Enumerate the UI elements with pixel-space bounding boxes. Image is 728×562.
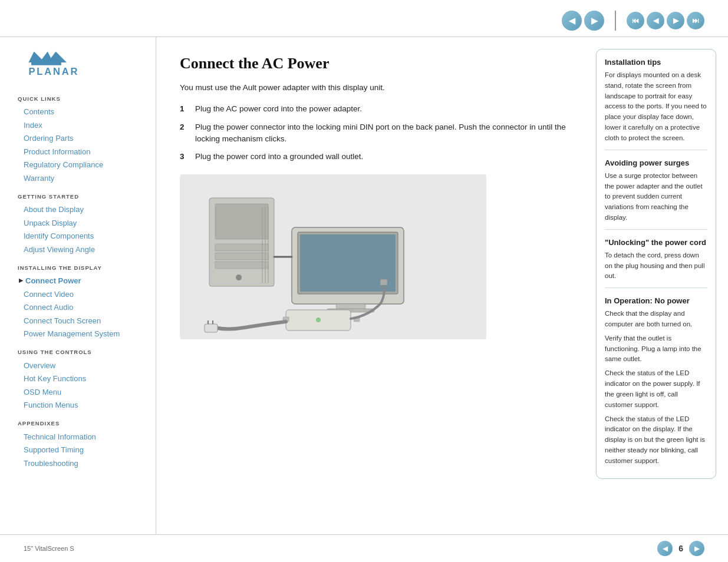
sidebar-link-index[interactable]: Index xyxy=(18,118,144,132)
tip-text-no-power-3: Check the status of the LED indicator on… xyxy=(605,368,707,410)
svg-rect-3 xyxy=(215,244,268,251)
page-title: Connect the AC Power xyxy=(180,55,569,72)
next-page-btn[interactable]: ▶ xyxy=(584,11,604,31)
planar-logo: PLANAR xyxy=(18,49,88,79)
tips-box: Installation tips For displays mounted o… xyxy=(596,49,716,479)
step-3: 3 Plug the power cord into a grounded wa… xyxy=(180,151,569,163)
tip-title-unlocking: "Unlocking" the power cord xyxy=(605,238,707,247)
sidebar: PLANAR QUICK LINKS Contents Index Orderi… xyxy=(0,37,156,534)
svg-rect-2 xyxy=(215,204,268,239)
sidebar-link-overview[interactable]: Overview xyxy=(18,359,144,372)
sidebar-link-unpack-display[interactable]: Unpack Display xyxy=(18,216,144,230)
forward-page-btn[interactable]: ▶ xyxy=(667,12,684,29)
logo-icon xyxy=(28,52,67,65)
sidebar-link-connect-video[interactable]: Connect Video xyxy=(18,287,144,301)
nav-divider xyxy=(615,11,616,31)
media-controls-group: ⏮ ◀ ▶ ⏭ xyxy=(627,12,704,29)
tip-title-surges: Avoiding power surges xyxy=(605,158,707,167)
sidebar-link-power-management[interactable]: Power Management System xyxy=(18,328,144,341)
device-svg xyxy=(180,174,486,339)
back-page-btn[interactable]: ◀ xyxy=(647,12,664,29)
sidebar-link-product-information[interactable]: Product Information xyxy=(18,145,144,158)
tip-text-no-power-1: Check that the display and computer are … xyxy=(605,309,707,330)
sidebar-link-connect-audio[interactable]: Connect Audio xyxy=(18,301,144,315)
svg-rect-19 xyxy=(205,324,218,332)
sidebar-link-osd-menu[interactable]: OSD Menu xyxy=(18,385,144,399)
bottom-bar: 15" VitalScreen S ◀ 6 ▶ xyxy=(0,534,728,562)
first-page-btn[interactable]: ⏮ xyxy=(627,12,644,29)
controls-section-title: USING THE CONTROLS xyxy=(18,349,144,355)
step-1: 1 Plug the AC power cord into the power … xyxy=(180,103,569,115)
svg-rect-13 xyxy=(336,304,365,309)
tip-divider-3 xyxy=(605,287,707,288)
svg-rect-22 xyxy=(380,279,387,285)
step-2-text: Plug the power connector into the lockin… xyxy=(195,121,569,146)
sidebar-link-identify-components[interactable]: Identify Components xyxy=(18,230,144,243)
sidebar-link-technical-information[interactable]: Technical Information xyxy=(18,430,144,444)
sidebar-link-warranty[interactable]: Warranty xyxy=(18,171,144,185)
sidebar-link-contents[interactable]: Contents xyxy=(18,105,144,119)
steps-list: 1 Plug the AC power cord into the power … xyxy=(180,103,569,163)
sidebar-link-supported-timing[interactable]: Supported Timing xyxy=(18,444,144,457)
installing-section-title: INSTALLING THE DISPLAY xyxy=(18,265,144,271)
step-1-text: Plug the AC power cord into the power ad… xyxy=(195,103,362,115)
sidebar-link-about-display[interactable]: About the Display xyxy=(18,203,144,217)
tip-text-no-power-4: Check the status of the LED indicator on… xyxy=(605,414,707,467)
footer-product-name: 15" VitalScreen S xyxy=(24,545,74,552)
logo-area: PLANAR xyxy=(18,49,144,81)
sidebar-link-regulatory-compliance[interactable]: Regulatory Compliance xyxy=(18,158,144,172)
svg-rect-4 xyxy=(215,253,268,260)
sidebar-link-connect-power[interactable]: Connect Power xyxy=(18,275,144,288)
svg-point-6 xyxy=(236,275,242,280)
tip-text-no-power-2: Verify that the outlet is functioning. P… xyxy=(605,333,707,365)
sidebar-link-ordering-parts[interactable]: Ordering Parts xyxy=(18,132,144,146)
main-layout: PLANAR QUICK LINKS Contents Index Orderi… xyxy=(0,37,728,534)
device-illustration xyxy=(180,174,486,339)
step-3-number: 3 xyxy=(180,151,189,163)
step-3-text: Plug the power cord into a grounded wall… xyxy=(195,151,363,163)
sidebar-link-hot-key-functions[interactable]: Hot Key Functions xyxy=(18,372,144,386)
tip-title-installation: Installation tips xyxy=(605,58,707,67)
footer-page-number: 6 xyxy=(678,544,683,553)
step-2: 2 Plug the power connector into the lock… xyxy=(180,121,569,146)
sidebar-link-function-menus[interactable]: Function Menus xyxy=(18,399,144,412)
intro-paragraph: You must use the Ault power adapter with… xyxy=(180,82,569,94)
last-page-btn[interactable]: ⏭ xyxy=(687,12,704,29)
main-content: Connect the AC Power You must use the Au… xyxy=(156,37,587,534)
prev-next-group: ◀ ▶ xyxy=(562,11,604,31)
tip-divider-1 xyxy=(605,150,707,150)
logo-text: PLANAR xyxy=(28,66,79,77)
footer-prev-btn[interactable]: ◀ xyxy=(657,541,673,556)
tip-text-unlocking: To detach the cord, press down on the pl… xyxy=(605,250,707,282)
footer-navigation: ◀ 6 ▶ xyxy=(657,541,704,556)
step-1-number: 1 xyxy=(180,103,189,115)
sidebar-link-troubleshooting[interactable]: Troubleshooting xyxy=(18,457,144,470)
appendixes-section-title: APPENDIXES xyxy=(18,420,144,427)
quick-links-section-title: QUICK LINKS xyxy=(18,95,144,102)
tip-divider-2 xyxy=(605,229,707,230)
sidebar-link-connect-touch-screen[interactable]: Connect Touch Screen xyxy=(18,314,144,328)
tip-title-no-power: In Operation: No power xyxy=(605,296,707,305)
tip-text-installation: For displays mounted on a desk stand, ro… xyxy=(605,70,707,144)
tip-text-surges: Use a surge protector between the power … xyxy=(605,171,707,223)
tips-panel: Installation tips For displays mounted o… xyxy=(587,37,728,534)
getting-started-section-title: GETTING STARTED xyxy=(18,193,144,200)
sidebar-link-adjust-viewing-angle[interactable]: Adjust Viewing Angle xyxy=(18,243,144,256)
prev-page-btn[interactable]: ◀ xyxy=(562,11,582,31)
step-2-number: 2 xyxy=(180,121,189,146)
svg-point-16 xyxy=(316,318,321,322)
top-navigation-bar: ◀ ▶ ⏮ ◀ ▶ ⏭ xyxy=(0,0,728,37)
footer-next-btn[interactable]: ▶ xyxy=(689,541,704,556)
svg-rect-5 xyxy=(215,262,268,269)
